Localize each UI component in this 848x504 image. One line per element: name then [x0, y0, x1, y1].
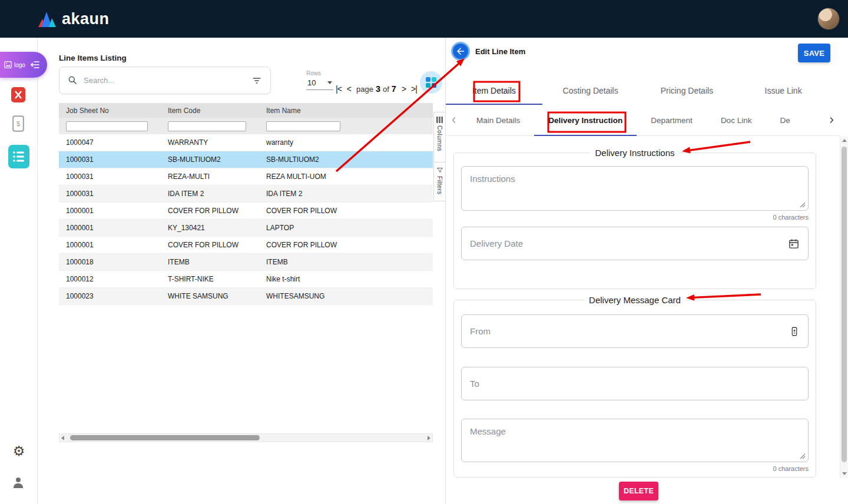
table-cell: 1000001: [59, 207, 161, 215]
table-cell: ITEMB: [161, 258, 259, 266]
filters-side-tab[interactable]: Filters: [434, 163, 445, 194]
columns-label: Columns: [436, 125, 443, 151]
avatar[interactable]: [817, 8, 840, 30]
table-row[interactable]: 1000018ITEMBITEMB: [59, 254, 433, 271]
back-button[interactable]: [451, 42, 470, 61]
detail-content: Delivery Instructions 0 characters: [446, 136, 840, 478]
column-header-2[interactable]: Item Name: [259, 107, 353, 115]
table-cell: SB-MULTIUOM2: [161, 155, 259, 164]
column-filter-input-0[interactable]: [66, 121, 148, 131]
delivery-date-input[interactable]: [470, 238, 788, 248]
subtab-delivery-instruction[interactable]: Delivery Instruction: [534, 105, 637, 135]
tab-costing-details[interactable]: Costing Details: [542, 77, 639, 105]
table-filter-row: [59, 118, 433, 134]
brand-name: akaun: [62, 10, 110, 28]
search-input[interactable]: [84, 76, 246, 85]
next-page-button[interactable]: >: [402, 84, 406, 94]
table-cell: SB-MULTIUOM2: [259, 155, 353, 164]
tab-item-details[interactable]: Item Details: [446, 77, 542, 105]
subtab-doc-link[interactable]: Doc Link: [707, 105, 766, 135]
delete-button[interactable]: DELETE: [619, 482, 658, 500]
delivery-instructions-legend: Delivery Instructions: [590, 148, 679, 158]
from-input[interactable]: [470, 326, 789, 336]
vertical-scrollbar-thumb[interactable]: [842, 147, 847, 462]
logo-toggle-button[interactable]: logo: [0, 52, 47, 78]
last-page-button[interactable]: >|: [411, 84, 417, 94]
table-cell: 1000031: [59, 173, 161, 181]
scroll-down-arrow[interactable]: [842, 472, 847, 475]
apps-grid-button[interactable]: [420, 71, 442, 94]
sidebar-app-red[interactable]: [11, 87, 25, 102]
table-cell: REZA-MULTI: [161, 173, 259, 181]
column-filter-input-2[interactable]: [266, 121, 340, 131]
subtabs-scroll-right[interactable]: [823, 105, 840, 135]
instructions-textarea[interactable]: [462, 167, 808, 210]
table-row[interactable]: 1000001COVER FOR PILLOWCOVER FOR PILLOW: [59, 237, 433, 254]
profile-button[interactable]: [11, 475, 25, 490]
table-row[interactable]: 1000001COVER FOR PILLOWCOVER FOR PILLOW: [59, 203, 433, 220]
to-input[interactable]: [470, 379, 800, 389]
sidebar-app-listing[interactable]: [8, 145, 29, 168]
table-cell: LAPTOP: [259, 224, 353, 232]
subtab-main-details[interactable]: Main Details: [462, 105, 534, 135]
scroll-up-arrow[interactable]: [842, 139, 847, 142]
delivery-date-field: [461, 227, 809, 260]
table-cell: 1000031: [59, 155, 161, 164]
of-word: of: [383, 85, 389, 94]
table-cell: REZA MULTI-UOM: [259, 173, 353, 181]
horizontal-scrollbar-thumb[interactable]: [70, 435, 260, 440]
message-field: [461, 419, 809, 462]
column-header-0[interactable]: Job Sheet No: [59, 107, 161, 115]
columns-icon: [436, 117, 443, 123]
rows-per-page-select[interactable]: Rows 10: [306, 70, 333, 90]
subtab-de[interactable]: De: [766, 105, 804, 135]
brand: akaun: [37, 10, 110, 28]
scroll-right-arrow[interactable]: [428, 436, 430, 440]
columns-side-tab[interactable]: Columns: [434, 112, 445, 162]
subtabs-scroll-left[interactable]: [446, 105, 462, 135]
table-row[interactable]: 1000047WARRANTYwarranty: [59, 134, 433, 151]
subtab-department[interactable]: Department: [637, 105, 707, 135]
search-icon: [68, 75, 78, 85]
gear-icon: ⚙: [13, 443, 25, 459]
contact-icon[interactable]: [789, 326, 800, 337]
list-app-icon: [8, 145, 29, 168]
line-items-body: 1000047WARRANTYwarranty1000031SB-MULTIUO…: [59, 134, 433, 305]
table-cell: KY_130421: [161, 224, 259, 232]
column-header-1[interactable]: Item Code: [161, 107, 259, 115]
filter-cell: [161, 121, 259, 131]
table-row[interactable]: 1000023WHITE SAMSUNGWHITESAMSUNG: [59, 288, 433, 305]
prev-page-button[interactable]: <: [347, 84, 351, 94]
table-cell: Nike t-shirt: [259, 275, 353, 283]
table-row[interactable]: 1000012T-SHIRT-NIKENike t-shirt: [59, 271, 433, 288]
filter-list-icon[interactable]: [251, 75, 262, 86]
resize-handle-icon[interactable]: [800, 453, 806, 459]
table-row[interactable]: 1000031IDA ITEM 2IDA ITEM 2: [59, 185, 433, 203]
settings-button[interactable]: ⚙: [11, 443, 27, 459]
table-row[interactable]: 1000031REZA-MULTIREZA MULTI-UOM: [59, 168, 433, 185]
save-button[interactable]: SAVE: [798, 44, 830, 62]
table-cell: 1000012: [59, 275, 161, 283]
tab-issue-link[interactable]: Issue Link: [735, 77, 832, 105]
from-field: [461, 314, 809, 348]
table-cell: 1000018: [59, 258, 161, 266]
resize-handle-icon[interactable]: [800, 202, 806, 208]
total-pages: 7: [392, 84, 396, 94]
table-header-row: Job Sheet NoItem CodeItem Name: [59, 103, 433, 118]
table-cell: WARRANTY: [161, 138, 259, 147]
page-word: page: [356, 85, 373, 94]
message-textarea[interactable]: [462, 419, 808, 462]
calendar-icon[interactable]: [788, 238, 800, 250]
table-row[interactable]: 1000031SB-MULTIUOM2SB-MULTIUOM2: [59, 151, 433, 168]
instructions-field: [461, 166, 809, 211]
scroll-left-arrow[interactable]: [61, 436, 64, 440]
table-cell: COVER FOR PILLOW: [161, 241, 259, 249]
sidebar-app-invoice[interactable]: $: [12, 115, 24, 132]
table-row[interactable]: 1000001KY_130421LAPTOP: [59, 220, 433, 237]
rows-label: Rows: [306, 70, 333, 77]
page-indicator: page 3 of 7: [356, 84, 396, 94]
instructions-char-count: 0 characters: [461, 214, 809, 221]
first-page-button[interactable]: |<: [336, 84, 342, 94]
tab-pricing-details[interactable]: Pricing Details: [639, 77, 736, 105]
column-filter-input-1[interactable]: [168, 121, 246, 131]
